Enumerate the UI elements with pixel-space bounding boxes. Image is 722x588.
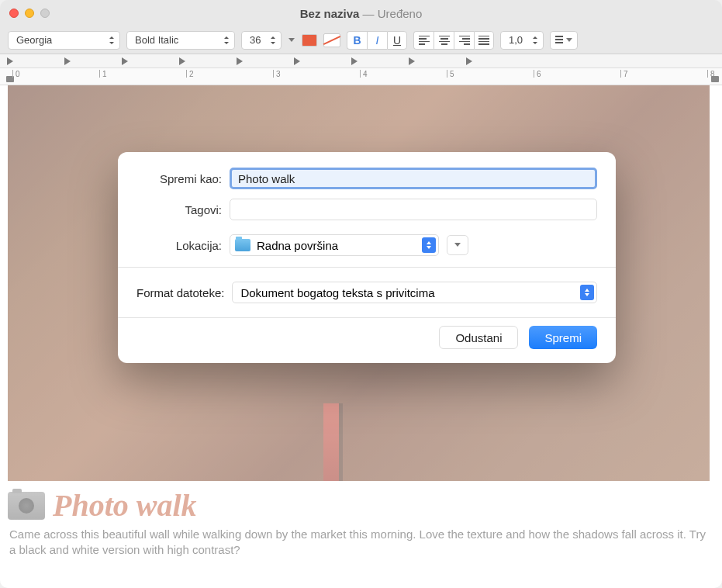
save-as-input[interactable] (230, 168, 597, 189)
divider (118, 317, 616, 318)
location-select[interactable]: Radna površina (230, 234, 439, 256)
spacing-value: 1,0 (509, 34, 523, 46)
align-left-button[interactable] (413, 31, 434, 50)
font-family-value: Georgia (16, 34, 52, 46)
ruler-tick: 8 (707, 70, 715, 78)
list-style-button[interactable] (550, 31, 578, 50)
tab-marker-icon[interactable] (179, 57, 185, 65)
chevron-updown-icon (109, 36, 115, 44)
chevron-updown-icon (532, 36, 538, 44)
ruler-tick: 5 (447, 70, 454, 78)
font-size-value: 36 (250, 34, 261, 46)
tab-marker-icon[interactable] (409, 57, 415, 65)
file-format-select[interactable]: Dokument bogatog teksta s privitcima (232, 282, 597, 303)
highlight-none-icon[interactable] (323, 33, 340, 47)
italic-button[interactable]: I (367, 31, 387, 50)
folder-icon (235, 239, 250, 251)
font-style-value: Bold Italic (135, 34, 178, 46)
ruler-tick: 2 (186, 70, 194, 78)
tab-marker-icon[interactable] (351, 57, 358, 65)
ruler-tick: 7 (620, 70, 628, 78)
font-style-select[interactable]: Bold Italic (126, 31, 235, 50)
ruler-tick: 3 (273, 70, 281, 78)
ruler-tick: 1 (99, 70, 107, 78)
titlebar: Bez naziva — Uređeno (0, 0, 722, 26)
file-format-label: Format datoteke: (136, 286, 224, 299)
chevron-updown-icon (580, 285, 594, 300)
camera-icon (8, 492, 45, 520)
tab-marker-icon[interactable] (64, 57, 71, 65)
app-window: Bez naziva — Uređeno Georgia Bold Italic… (0, 0, 722, 588)
ruler-tick: 6 (534, 70, 541, 78)
cancel-button[interactable]: Odustani (439, 326, 518, 349)
location-label: Lokacija: (136, 239, 222, 252)
chevron-updown-icon (270, 36, 276, 44)
maximize-window-button[interactable] (40, 9, 50, 18)
tab-marker-icon[interactable] (7, 57, 13, 65)
chevron-down-icon (454, 243, 461, 247)
ruler-tick: 0 (12, 70, 20, 78)
underline-button[interactable]: U (387, 31, 407, 50)
text-color-swatch[interactable] (302, 34, 317, 47)
tags-input[interactable] (230, 199, 597, 220)
window-title: Bez naziva — Uređeno (300, 7, 423, 20)
line-spacing-select[interactable]: 1,0 (500, 31, 544, 50)
edited-indicator: — Uređeno (363, 7, 423, 20)
tab-stop-ruler[interactable] (0, 54, 722, 68)
chevron-updown-icon (422, 237, 436, 253)
location-value: Radna površina (257, 239, 338, 252)
ruler-tick: 4 (360, 70, 368, 78)
format-toolbar: Georgia Bold Italic 36 B I U 1,0 (0, 26, 722, 54)
save-dialog: Spremi kao: Tagovi: Lokacija: Radna povr… (118, 152, 616, 363)
file-format-value: Dokument bogatog teksta s privitcima (240, 286, 434, 299)
window-controls (9, 9, 50, 18)
tab-marker-icon[interactable] (122, 57, 128, 65)
divider (118, 267, 616, 268)
chevron-down-icon (565, 38, 573, 43)
chevron-updown-icon (223, 36, 230, 44)
align-center-button[interactable] (434, 31, 454, 50)
tab-marker-icon[interactable] (466, 57, 472, 65)
align-right-button[interactable] (454, 31, 474, 50)
document-heading[interactable]: Photo walk (53, 487, 197, 524)
tab-marker-icon[interactable] (294, 57, 300, 65)
document-name: Bez naziva (300, 7, 360, 20)
save-button[interactable]: Spremi (529, 326, 597, 349)
save-as-label: Spremi kao: (136, 172, 222, 185)
align-justify-button[interactable] (474, 31, 494, 50)
tab-marker-icon[interactable] (237, 57, 243, 65)
document-body-text[interactable]: Came across this beautiful wall while wa… (0, 527, 722, 559)
tags-label: Tagovi: (136, 203, 222, 216)
text-format-group: B I U (347, 31, 407, 50)
expand-dialog-button[interactable] (447, 235, 468, 255)
ruler[interactable]: 0 1 2 3 4 5 6 7 8 (0, 68, 722, 85)
document-title-row: Photo walk (0, 481, 722, 527)
font-size-select[interactable]: 36 (241, 31, 282, 50)
bold-button[interactable]: B (347, 31, 367, 50)
font-family-select[interactable]: Georgia (8, 31, 120, 50)
chevron-down-icon[interactable] (288, 38, 295, 43)
minimize-window-button[interactable] (25, 9, 34, 18)
alignment-group (413, 31, 494, 50)
close-window-button[interactable] (9, 9, 19, 18)
